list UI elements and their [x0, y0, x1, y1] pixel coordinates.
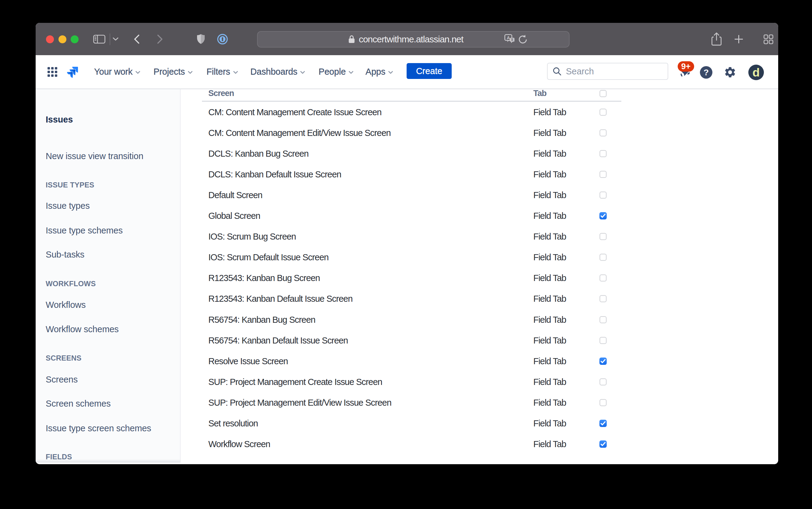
svg-text:文: 文: [511, 38, 514, 41]
svg-text:A: A: [507, 35, 510, 40]
